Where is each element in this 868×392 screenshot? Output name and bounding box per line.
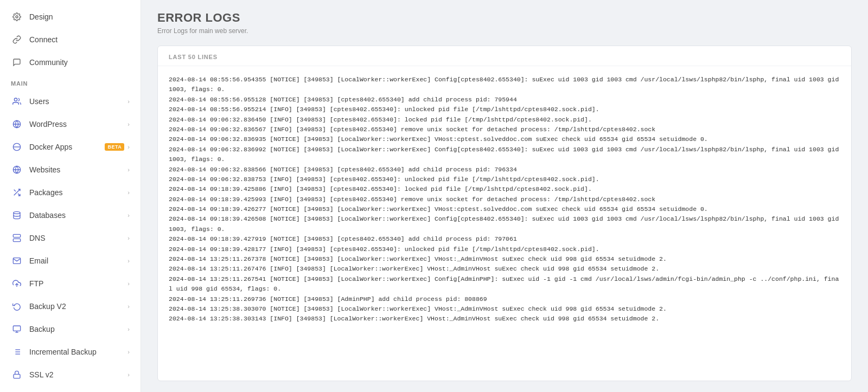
chevron-right-icon: ›	[127, 280, 130, 287]
link-icon	[11, 34, 23, 46]
sidebar-item-docker-apps[interactable]: Docker Apps BETA ›	[0, 136, 141, 158]
log-line: 2024-08-14 13:25:11.267541 [NOTICE] [349…	[169, 274, 840, 294]
chevron-right-icon: ›	[127, 349, 130, 355]
sidebar-item-design[interactable]: Design	[0, 5, 141, 28]
sidebar-item-backup-v2[interactable]: Backup V2 ›	[0, 295, 141, 318]
log-line: 2024-08-14 08:55:56.954355 [NOTICE] [349…	[169, 75, 840, 95]
log-line: 2024-08-14 09:18:39.425886 [INFO] [34985…	[169, 184, 840, 194]
sidebar-item-ssl-v2-label: SSL v2	[29, 370, 127, 379]
gear-icon	[11, 11, 23, 23]
log-line: 2024-08-14 13:25:11.267476 [INFO] [34985…	[169, 264, 840, 274]
sidebar: Design Connect Community MAIN Users ›	[0, 0, 141, 392]
sidebar-item-ssl[interactable]: SSL ›	[0, 386, 141, 392]
chat-icon	[11, 56, 23, 68]
log-line: 2024-08-14 08:55:56.955214 [INFO] [34985…	[169, 105, 840, 114]
log-container[interactable]: 2024-08-14 08:55:56.954355 [NOTICE] [349…	[158, 66, 851, 381]
backup-v2-icon	[11, 300, 23, 312]
sidebar-item-ftp[interactable]: FTP ›	[0, 272, 141, 295]
sidebar-item-backup-label: Backup	[29, 325, 127, 333]
error-logs-card: LAST 50 LINES 2024-08-14 08:55:56.954355…	[157, 46, 852, 381]
sidebar-item-incremental-backup-label: Incremental Backup	[29, 348, 127, 356]
sidebar-item-users-label: Users	[29, 97, 127, 106]
chevron-right-icon: ›	[127, 144, 130, 150]
ftp-icon	[11, 278, 23, 290]
svg-line-8	[14, 190, 16, 191]
chevron-right-icon: ›	[127, 303, 130, 310]
chevron-right-icon: ›	[127, 166, 130, 173]
log-line: 2024-08-14 09:06:32.836450 [INFO] [34985…	[169, 115, 840, 125]
beta-badge: BETA	[105, 143, 124, 151]
sidebar-item-backup[interactable]: Backup ›	[0, 318, 141, 340]
sidebar-item-email-label: Email	[29, 256, 127, 265]
sidebar-item-ftp-label: FTP	[29, 279, 127, 288]
sidebar-item-community-label: Community	[29, 58, 130, 67]
page-title: ERROR LOGS	[157, 11, 852, 25]
sidebar-item-design-label: Design	[29, 12, 130, 21]
sidebar-item-docker-apps-label: Docker Apps	[29, 143, 105, 151]
sidebar-item-packages-label: Packages	[29, 188, 127, 197]
chevron-right-icon: ›	[127, 326, 130, 332]
log-line: 2024-08-14 08:55:56.955128 [NOTICE] [349…	[169, 95, 840, 105]
sidebar-item-wordpress-label: WordPress	[29, 120, 127, 128]
log-line: 2024-08-14 09:06:32.838566 [NOTICE] [349…	[169, 165, 840, 175]
dns-icon	[11, 232, 23, 244]
ssl-v2-icon	[11, 369, 23, 381]
chevron-right-icon: ›	[127, 258, 130, 264]
wordpress-icon	[11, 118, 23, 130]
sidebar-item-connect[interactable]: Connect	[0, 28, 141, 51]
log-line: 2024-08-14 13:25:38.303143 [INFO] [34985…	[169, 314, 840, 324]
chevron-right-icon: ›	[127, 235, 130, 241]
log-line: 2024-08-14 13:25:11.267378 [NOTICE] [349…	[169, 254, 840, 264]
users-icon	[11, 95, 23, 107]
svg-rect-10	[13, 234, 20, 237]
log-line: 2024-08-14 09:06:32.836935 [NOTICE] [349…	[169, 134, 840, 144]
log-line: 2024-08-14 09:06:32.836992 [NOTICE] [349…	[169, 145, 840, 165]
sidebar-item-databases-label: Databases	[29, 211, 127, 220]
svg-rect-11	[13, 239, 20, 241]
globe-icon	[11, 164, 23, 176]
sidebar-item-wordpress[interactable]: WordPress ›	[0, 113, 141, 136]
sidebar-item-dns[interactable]: DNS ›	[0, 227, 141, 249]
page-subtitle: Error Logs for main web server.	[157, 27, 852, 35]
sidebar-item-ssl-v2[interactable]: SSL v2 ›	[0, 363, 141, 386]
incremental-backup-icon	[11, 346, 23, 358]
sidebar-item-incremental-backup[interactable]: Incremental Backup ›	[0, 340, 141, 363]
log-line: 2024-08-14 09:18:39.427919 [NOTICE] [349…	[169, 234, 840, 244]
log-line: 2024-08-14 13:25:38.303070 [NOTICE] [349…	[169, 304, 840, 314]
database-icon	[11, 209, 23, 221]
svg-point-1	[14, 98, 17, 101]
log-line: 2024-08-14 09:18:39.426508 [NOTICE] [349…	[169, 214, 840, 234]
chevron-right-icon: ›	[127, 189, 130, 196]
sidebar-item-connect-label: Connect	[29, 35, 130, 44]
email-icon	[11, 255, 23, 267]
log-line: 2024-08-14 09:18:39.428177 [INFO] [34985…	[169, 245, 840, 254]
svg-point-9	[14, 211, 20, 214]
docker-icon	[11, 141, 23, 153]
section-label: LAST 50 LINES	[158, 46, 851, 66]
chevron-right-icon: ›	[127, 371, 130, 378]
backup-icon	[11, 323, 23, 335]
sidebar-item-websites-label: Websites	[29, 165, 127, 174]
main-section-label: MAIN	[0, 74, 141, 90]
sidebar-item-email[interactable]: Email ›	[0, 249, 141, 272]
sidebar-item-users[interactable]: Users ›	[0, 90, 141, 113]
sidebar-item-community[interactable]: Community	[0, 51, 141, 74]
svg-rect-24	[14, 374, 20, 378]
main-content: ERROR LOGS Error Logs for main web serve…	[141, 0, 868, 392]
sidebar-item-packages[interactable]: Packages ›	[0, 181, 141, 204]
sidebar-item-databases[interactable]: Databases ›	[0, 204, 141, 227]
svg-point-0	[16, 16, 18, 18]
chevron-right-icon: ›	[127, 121, 130, 127]
packages-icon	[11, 187, 23, 198]
svg-rect-15	[13, 326, 20, 331]
chevron-right-icon: ›	[127, 98, 130, 105]
log-line: 2024-08-14 13:25:11.269736 [NOTICE] [349…	[169, 294, 840, 304]
chevron-right-icon: ›	[127, 212, 130, 219]
sidebar-item-websites[interactable]: Websites ›	[0, 158, 141, 181]
log-line: 2024-08-14 09:18:39.425993 [INFO] [34985…	[169, 195, 840, 204]
sidebar-item-dns-label: DNS	[29, 234, 127, 242]
log-line: 2024-08-14 09:18:39.426277 [NOTICE] [349…	[169, 204, 840, 214]
sidebar-item-backup-v2-label: Backup V2	[29, 302, 127, 311]
log-line: 2024-08-14 09:06:32.838753 [INFO] [34985…	[169, 175, 840, 184]
log-line: 2024-08-14 09:06:32.836567 [INFO] [34985…	[169, 125, 840, 134]
